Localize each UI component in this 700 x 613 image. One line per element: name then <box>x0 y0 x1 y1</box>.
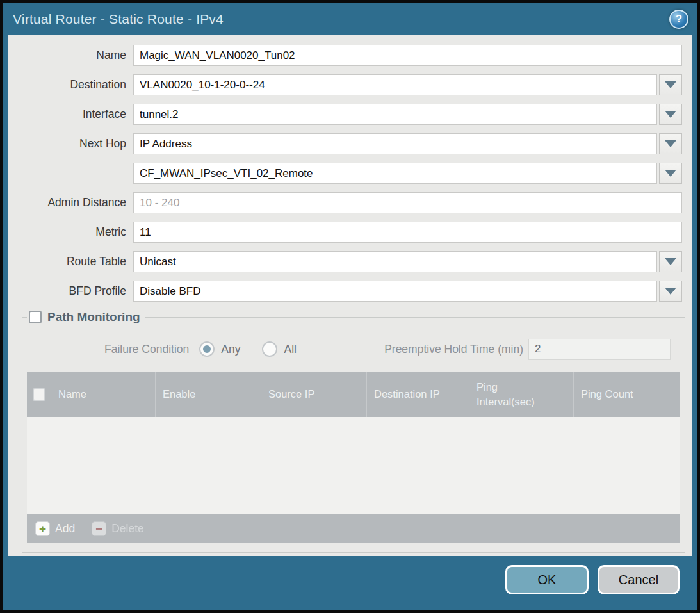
chevron-down-icon <box>665 140 676 147</box>
table-header-ping-count: Ping Count <box>573 372 680 417</box>
delete-minus-icon: − <box>92 521 106 536</box>
table-header-destination-ip: Destination IP <box>366 372 469 417</box>
destination-dropdown-button[interactable] <box>659 74 682 95</box>
path-monitoring-title: Path Monitoring <box>47 310 140 324</box>
dialog-footer: OK Cancel <box>3 556 697 610</box>
preemptive-hold-time-input[interactable] <box>528 339 671 360</box>
failure-condition-any-label: Any <box>221 343 240 356</box>
interface-dropdown-button[interactable] <box>659 104 682 125</box>
route-table-input[interactable] <box>133 251 657 272</box>
chevron-down-icon <box>665 111 676 118</box>
table-header-name: Name <box>51 372 155 417</box>
add-plus-icon: + <box>35 521 50 536</box>
path-monitoring-section: Path Monitoring Failure Condition Any Al… <box>22 310 685 553</box>
metric-input[interactable] <box>133 222 682 243</box>
route-table-label: Route Table <box>8 255 133 268</box>
path-monitoring-checkbox[interactable] <box>29 311 42 323</box>
dialog-title: Virtual Router - Static Route - IPv4 <box>13 12 224 27</box>
cancel-button[interactable]: Cancel <box>598 565 680 594</box>
table-header-source-ip: Source IP <box>261 372 366 417</box>
delete-button-label: Delete <box>111 522 144 535</box>
route-table-dropdown <box>133 251 682 272</box>
form-row-name: Name <box>8 45 682 66</box>
destination-dropdown <box>133 74 682 95</box>
path-monitoring-legend: Path Monitoring <box>27 310 145 324</box>
name-input[interactable] <box>133 45 682 66</box>
dialog-content: Name Destination Interface <box>8 35 692 556</box>
table-header-ping-interval: Ping Interval(sec) <box>469 372 573 417</box>
form-row-admin-distance: Admin Distance <box>8 192 682 213</box>
help-icon[interactable]: ? <box>669 10 688 29</box>
interface-label: Interface <box>8 108 133 121</box>
table-body-empty <box>27 417 680 514</box>
interface-dropdown <box>133 104 682 125</box>
path-monitoring-table: Name Enable Source IP Destination IP Pin… <box>27 372 680 543</box>
table-header-checkbox-cell <box>27 372 51 417</box>
next-hop-address-dropdown-button[interactable] <box>659 163 682 184</box>
table-header-row: Name Enable Source IP Destination IP Pin… <box>27 372 680 417</box>
table-toolbar: + Add − Delete <box>27 514 680 543</box>
form-row-destination: Destination <box>8 74 682 95</box>
failure-condition-any-radio[interactable] <box>199 341 215 357</box>
form-row-interface: Interface <box>8 104 682 125</box>
next-hop-dropdown <box>133 133 682 154</box>
static-route-dialog: Virtual Router - Static Route - IPv4 ? N… <box>0 0 700 613</box>
chevron-down-icon <box>665 81 676 88</box>
next-hop-label: Next Hop <box>8 137 133 151</box>
admin-distance-label: Admin Distance <box>8 196 133 209</box>
admin-distance-input[interactable] <box>133 192 682 213</box>
next-hop-type-input[interactable] <box>133 133 657 154</box>
table-header-enable: Enable <box>155 372 261 417</box>
chevron-down-icon <box>665 288 676 295</box>
destination-label: Destination <box>8 78 133 92</box>
form-row-route-table: Route Table <box>8 251 682 272</box>
table-header-ping-interval-text: Ping Interval(sec) <box>476 380 541 409</box>
interface-input[interactable] <box>133 104 657 125</box>
add-button-label: Add <box>55 522 75 535</box>
ok-button[interactable]: OK <box>505 565 589 594</box>
delete-button[interactable]: − Delete <box>92 521 144 536</box>
bfd-profile-dropdown-button[interactable] <box>659 281 682 302</box>
route-table-dropdown-button[interactable] <box>659 251 682 272</box>
bfd-profile-dropdown <box>133 281 682 302</box>
bfd-profile-input[interactable] <box>133 281 657 302</box>
radio-selected-dot <box>203 345 211 353</box>
name-label: Name <box>8 49 133 62</box>
dialog-titlebar: Virtual Router - Static Route - IPv4 ? <box>3 3 697 35</box>
add-button[interactable]: + Add <box>35 521 75 536</box>
destination-input[interactable] <box>133 74 657 95</box>
form-row-next-hop: Next Hop <box>8 133 682 154</box>
chevron-down-icon <box>665 170 676 177</box>
failure-condition-row: Failure Condition Any All Preemptive Hol… <box>26 338 676 360</box>
preemptive-hold-time-label: Preemptive Hold Time (min) <box>384 343 523 356</box>
failure-condition-all-label: All <box>284 343 296 356</box>
select-all-checkbox[interactable] <box>33 388 45 401</box>
form-row-metric: Metric <box>8 222 682 243</box>
chevron-down-icon <box>665 258 676 265</box>
form-row-next-hop-address <box>8 163 682 184</box>
metric-label: Metric <box>8 225 133 239</box>
failure-condition-label: Failure Condition <box>104 343 189 356</box>
next-hop-dropdown-button[interactable] <box>659 133 682 154</box>
next-hop-address-dropdown <box>133 163 682 184</box>
form-row-bfd-profile: BFD Profile <box>8 281 682 302</box>
next-hop-address-input[interactable] <box>133 163 657 184</box>
failure-condition-all-radio[interactable] <box>262 341 277 357</box>
bfd-profile-label: BFD Profile <box>8 284 133 298</box>
